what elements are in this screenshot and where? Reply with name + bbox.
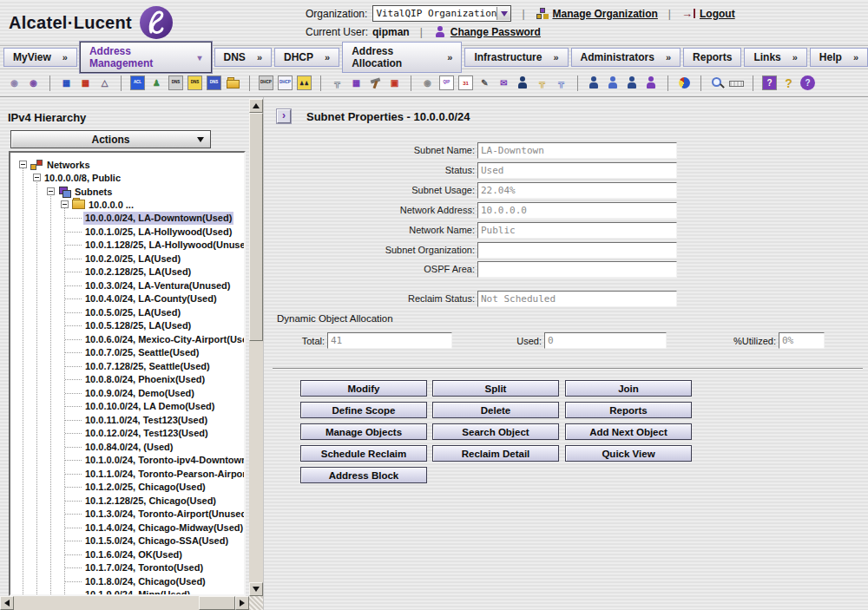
ospf-area-field[interactable]	[477, 261, 677, 278]
network-v4-grid-icon[interactable]: ▦	[59, 75, 74, 90]
scroll-left-button[interactable]	[0, 596, 14, 610]
acl-templates-icon[interactable]: ACL	[130, 75, 145, 90]
tree-item-10-0-84-0-24[interactable]: 10.0.84.0/24, (Used)	[10, 441, 244, 454]
address-palette-icon[interactable]: ◉	[7, 75, 22, 90]
object-cubes-icon[interactable]: ▣	[387, 75, 402, 90]
menu-item-myview[interactable]: MyView»	[3, 48, 77, 67]
logout-link[interactable]: Logout	[700, 8, 735, 20]
button-define-scope[interactable]: Define Scope	[300, 402, 427, 418]
button-add-next-object[interactable]: Add Next Object	[565, 423, 692, 440]
reclaim-status-field[interactable]	[477, 291, 677, 307]
network-address-field[interactable]	[477, 202, 677, 219]
tree-item-10-0-2-128-25[interactable]: 10.0.2.128/25, LA(Used)	[10, 266, 244, 279]
collapse-panel-button[interactable]	[277, 109, 291, 123]
menu-item-reports[interactable]: Reports	[683, 48, 741, 67]
organization-select-dropdown-icon[interactable]	[496, 7, 510, 20]
hierarchy-view-icon[interactable]: ╦	[330, 75, 345, 90]
dhcp-server-icon[interactable]: DHCP	[259, 75, 273, 90]
calendar-scheduler-icon[interactable]: 31	[458, 75, 473, 90]
tree-item-10-0-7-0-25[interactable]: 10.0.7.0/25, Seattle(Used)	[10, 346, 244, 359]
help-context-icon[interactable]: ?	[781, 75, 796, 90]
button-reclaim-detail[interactable]: Reclaim Detail	[432, 445, 559, 462]
scroll-right-button[interactable]	[235, 596, 249, 610]
collapse-box-icon[interactable]	[19, 161, 27, 168]
scroll-down-button[interactable]	[249, 582, 263, 596]
button-split[interactable]: Split	[432, 380, 559, 397]
total-field[interactable]	[327, 332, 452, 349]
tree-node-network-10[interactable]: 10.0.0.0/8, Public	[33, 171, 121, 184]
actions-dropdown[interactable]: Actions	[10, 130, 211, 148]
tree-node-subnets[interactable]: Subnets	[47, 185, 112, 198]
folder-view-icon[interactable]	[226, 75, 240, 90]
button-modify[interactable]: Modify	[300, 380, 427, 397]
horizontal-scrollbar[interactable]	[0, 596, 249, 610]
tree-item-10-1-8-0-24[interactable]: 10.1.8.0/24, Chicago(Used)	[10, 575, 244, 588]
collapse-box-icon[interactable]	[33, 174, 41, 181]
tree-item-10-0-11-0-24[interactable]: 10.0.11.0/24, Test123(Used)	[10, 414, 244, 427]
button-address-block[interactable]: Address Block	[300, 467, 427, 483]
org-chart-icon[interactable]: ╦	[535, 75, 549, 90]
tree-item-10-1-3-0-24[interactable]: 10.1.3.0/24, Toronto-Airport(Unused)	[10, 508, 244, 521]
scroll-up-button[interactable]	[249, 99, 263, 113]
menu-item-help[interactable]: Help»	[810, 48, 868, 67]
tree-item-10-0-5-0-25[interactable]: 10.0.5.0/25, LA(Used)	[10, 306, 244, 319]
tree-item-10-0-1-0-25[interactable]: 10.0.1.0/25, LA-Hollywood(Used)	[10, 226, 244, 239]
utilized-field[interactable]	[779, 332, 825, 349]
palette-manager-icon[interactable]: ◉	[420, 75, 435, 90]
menu-item-dns[interactable]: DNS»	[214, 48, 272, 67]
button-manage-objects[interactable]: Manage Objects	[300, 423, 427, 440]
audit-notes-icon[interactable]: ✎	[477, 75, 492, 90]
user-access-icon[interactable]	[625, 75, 640, 90]
tree-item-10-1-4-0-24[interactable]: 10.1.4.0/24, Chicago-Midway(Used)	[10, 521, 244, 535]
button-reports[interactable]: Reports	[565, 402, 692, 418]
object-profiles-icon[interactable]: ♟	[149, 75, 164, 90]
tree-item-10-0-1-128-25[interactable]: 10.0.1.128/25, LA-Hollywood(Unused)	[10, 239, 244, 252]
tree-item-10-0-3-0-24[interactable]: 10.0.3.0/24, LA-Ventura(Unused)	[10, 279, 244, 292]
help-book-icon[interactable]: ?	[762, 75, 777, 90]
address-ruler-icon[interactable]	[729, 75, 744, 90]
tree-item-10-0-2-0-25[interactable]: 10.0.2.0/25, LA(Used)	[10, 253, 244, 266]
tree-item-10-0-4-0-24[interactable]: 10.0.4.0/24, LA-County(Used)	[10, 292, 244, 305]
collapse-box-icon[interactable]	[61, 200, 69, 208]
tree-item-10-1-9-0-24[interactable]: 10.1.9.0/24, Minn(Used)	[10, 588, 244, 596]
qip-document-icon[interactable]: QIP	[439, 75, 454, 90]
tools-icon[interactable]	[368, 75, 383, 90]
menu-item-administrators[interactable]: Administrators»	[571, 48, 681, 67]
tree-item-10-1-5-0-24[interactable]: 10.1.5.0/24, Chicago-SSA(Used)	[10, 535, 244, 548]
subnet-name-field[interactable]	[477, 142, 677, 159]
menu-item-address-management[interactable]: Address Management▾	[80, 42, 212, 73]
tree-item-10-0-12-0-24[interactable]: 10.0.12.0/24, Test123(Used)	[10, 427, 244, 440]
tree-item-10-0-0-0-24[interactable]: 10.0.0.0/24, LA-Downtown(Used)	[10, 212, 244, 225]
tree-item-10-0-7-128-25[interactable]: 10.0.7.128/25, Seattle(Used)	[10, 360, 244, 373]
collapse-box-icon[interactable]	[47, 187, 55, 195]
network-v6-grid-icon[interactable]: ▦	[78, 75, 93, 90]
object-search-icon[interactable]	[710, 75, 725, 90]
dns-zone-icon[interactable]: DNS	[187, 75, 202, 90]
tree-node-folder[interactable]: 10.0.0.0 ...	[61, 198, 134, 211]
menu-item-links[interactable]: Links»	[744, 48, 806, 67]
tree-item-10-0-9-0-24[interactable]: 10.0.9.0/24, Demo(Used)	[10, 387, 244, 400]
tree-item-10-1-2-0-25[interactable]: 10.1.2.0/25, Chicago(Used)	[10, 481, 244, 494]
pie-reports-icon[interactable]	[677, 75, 692, 90]
tree-item-10-0-10-0-24[interactable]: 10.0.10.0/24, LA Demo(Used)	[10, 400, 244, 413]
button-search-object[interactable]: Search Object	[432, 423, 559, 440]
tree-item-10-1-2-128-25[interactable]: 10.1.2.128/25, Chicago(Used)	[10, 495, 244, 508]
used-field[interactable]	[544, 332, 667, 349]
object-grid-icon[interactable]: ▦	[349, 75, 364, 90]
user-profile-icon[interactable]	[587, 75, 602, 90]
horizontal-scroll-thumb[interactable]	[199, 596, 235, 610]
tree-item-10-1-1-0-24[interactable]: 10.1.1.0/24, Toronto-Pearson-Airport(Use…	[10, 468, 244, 481]
button-quick-view[interactable]: Quick View	[565, 445, 692, 462]
vertical-scrollbar[interactable]	[249, 99, 263, 610]
tree-node-networks[interactable]: Networks	[19, 158, 90, 171]
tree-item-10-0-5-128-25[interactable]: 10.0.5.128/25, LA(Used)	[10, 319, 244, 332]
user-lock-icon[interactable]	[644, 75, 659, 90]
button-schedule-reclaim[interactable]: Schedule Reclaim	[300, 445, 427, 462]
user-search-icon[interactable]	[606, 75, 621, 90]
tree-item-10-0-8-0-24[interactable]: 10.0.8.0/24, Phoenix(Used)	[10, 373, 244, 386]
change-password-link[interactable]: Change Password	[450, 26, 541, 38]
dhcp-template-icon[interactable]: DHCP	[278, 75, 293, 90]
button-join[interactable]: Join	[565, 380, 692, 397]
button-delete[interactable]: Delete	[432, 402, 559, 418]
network-name-field[interactable]	[477, 222, 677, 239]
